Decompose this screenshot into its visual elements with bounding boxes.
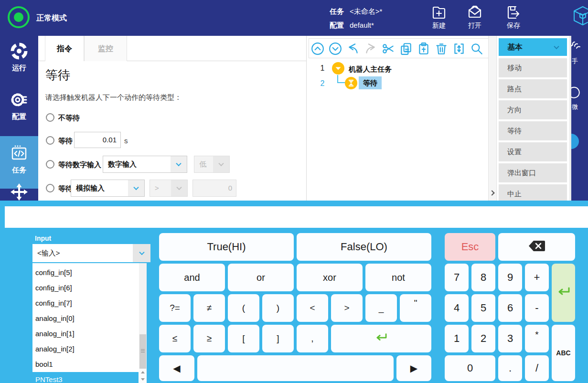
analog-operator-select[interactable]: >	[150, 180, 188, 197]
key-not[interactable]: not	[365, 264, 431, 291]
list-item[interactable]: analog_in[0]	[32, 311, 139, 326]
list-item[interactable]: analog_in[1]	[32, 326, 139, 341]
key-cursor-left[interactable]: ◀	[159, 355, 194, 381]
key-dot[interactable]: .	[498, 355, 522, 381]
key-enter-wide[interactable]	[331, 325, 431, 352]
command-item-set[interactable]: 设置	[499, 142, 567, 161]
key-not-equal[interactable]: ≠	[193, 294, 225, 322]
radio-wait-time[interactable]	[46, 136, 54, 145]
scroll-up-button[interactable]	[139, 369, 147, 376]
key-left-paren[interactable]: (	[228, 294, 259, 322]
open-button[interactable]: 打开	[460, 3, 490, 33]
delete-button[interactable]	[435, 42, 448, 55]
move-down-button[interactable]	[329, 42, 342, 55]
input-source-dropdown[interactable]: <输入>	[32, 244, 150, 262]
collapse-panel-button[interactable]	[488, 36, 497, 201]
key-space[interactable]	[197, 355, 394, 381]
key-comma[interactable]: ,	[297, 325, 328, 352]
key-cursor-right[interactable]: ▶	[396, 355, 431, 381]
tree-row-main-task[interactable]: 机器人主任务	[349, 63, 392, 75]
key-9[interactable]: 9	[498, 264, 522, 291]
list-item[interactable]: analog_in[2]	[32, 341, 139, 357]
radio-no-wait[interactable]	[46, 113, 54, 122]
tab-instruction[interactable]: 指令	[45, 36, 84, 61]
key-or[interactable]: or	[228, 264, 294, 291]
wait-time-input[interactable]: 0.01	[74, 132, 121, 148]
key-and[interactable]: and	[159, 264, 225, 291]
paste-button[interactable]	[417, 42, 430, 55]
key-esc[interactable]: Esc	[445, 233, 495, 261]
hourglass-icon[interactable]	[345, 77, 357, 89]
sidebar-item-task[interactable]: 任务	[0, 136, 38, 189]
sidebar-item-run[interactable]: 运行	[0, 41, 38, 88]
command-item-wait[interactable]: 等待	[499, 121, 567, 140]
move-up-button[interactable]	[311, 42, 324, 55]
new-button[interactable]: 新建	[424, 3, 454, 33]
tab-monitor[interactable]: 监控	[84, 36, 127, 61]
key-quote[interactable]: "	[400, 294, 431, 322]
list-item[interactable]: bool1	[32, 357, 139, 372]
expression-input[interactable]	[5, 206, 588, 228]
key-right-paren[interactable]: )	[262, 294, 294, 322]
undo-button[interactable]	[346, 42, 360, 55]
key-left-bracket[interactable]: [	[228, 325, 259, 352]
digital-level-select[interactable]: 低	[194, 156, 230, 173]
key-star[interactable]: *	[525, 325, 549, 352]
command-item-direction[interactable]: 方向	[499, 100, 567, 119]
expand-node-icon[interactable]	[332, 62, 344, 74]
command-item-popup[interactable]: 弹出窗口	[499, 163, 567, 182]
key-plus[interactable]: +	[525, 264, 549, 291]
key-underscore[interactable]: _	[365, 294, 397, 322]
list-scrollbar[interactable]	[139, 263, 147, 383]
rotate-icon	[571, 86, 581, 102]
radio-wait-analog[interactable]	[46, 184, 54, 192]
key-slash[interactable]: /	[525, 355, 549, 381]
key-minus[interactable]: -	[525, 294, 549, 322]
list-item[interactable]: config_in[6]	[32, 280, 139, 296]
key-2[interactable]: 2	[471, 325, 495, 352]
key-8[interactable]: 8	[471, 264, 495, 291]
key-3[interactable]: 3	[498, 325, 522, 352]
list-item[interactable]: config_in[7]	[32, 296, 139, 311]
command-category-dropdown[interactable]: 基本	[499, 38, 567, 56]
search-button[interactable]	[470, 42, 483, 55]
key-less-than[interactable]: <	[297, 294, 328, 322]
key-xor[interactable]: xor	[297, 264, 363, 291]
cut-button[interactable]	[382, 42, 395, 55]
scrollbar-thumb[interactable]	[139, 334, 146, 369]
key-right-bracket[interactable]: ]	[262, 325, 294, 352]
command-item-move[interactable]: 移动	[499, 58, 567, 77]
key-greater-equal[interactable]: ≥	[193, 325, 225, 352]
key-greater-than[interactable]: >	[331, 294, 363, 322]
key-backspace[interactable]	[498, 233, 575, 261]
key-false-lo[interactable]: False(LO)	[297, 233, 431, 261]
insert-button[interactable]	[452, 42, 466, 55]
scroll-down-button[interactable]	[139, 376, 147, 383]
save-button[interactable]: 保存	[498, 3, 529, 33]
analog-input-select[interactable]: 模拟输入	[71, 180, 145, 197]
chevron-down-icon	[171, 156, 187, 172]
chevron-down-icon	[554, 43, 559, 49]
command-item-waypoint[interactable]: 路点	[499, 79, 567, 98]
key-abc-mode[interactable]: ABC	[552, 325, 575, 381]
key-true-hi[interactable]: True(HI)	[159, 233, 294, 261]
radio-wait-digital[interactable]	[46, 160, 54, 169]
key-0[interactable]: 0	[445, 355, 495, 381]
key-6[interactable]: 6	[498, 294, 522, 322]
tree-row-wait[interactable]: 等待	[359, 76, 382, 89]
digital-input-select[interactable]: 数字输入	[103, 156, 187, 173]
key-1[interactable]: 1	[445, 325, 469, 352]
key-enter[interactable]	[552, 264, 575, 322]
list-item[interactable]: config_in[5]	[32, 265, 139, 280]
key-5[interactable]: 5	[471, 294, 495, 322]
key-4[interactable]: 4	[445, 294, 469, 322]
sidebar-item-config[interactable]: 配置	[0, 89, 38, 137]
copy-button[interactable]	[399, 42, 413, 55]
key-question-equals[interactable]: ?=	[159, 294, 191, 322]
redo-button[interactable]	[364, 42, 377, 55]
open-folder-icon	[460, 4, 490, 21]
key-less-equal[interactable]: ≤	[159, 325, 191, 352]
list-item-selected[interactable]: PNTest3	[32, 372, 139, 383]
analog-value-input[interactable]: 0	[192, 180, 236, 197]
key-7[interactable]: 7	[445, 264, 469, 291]
